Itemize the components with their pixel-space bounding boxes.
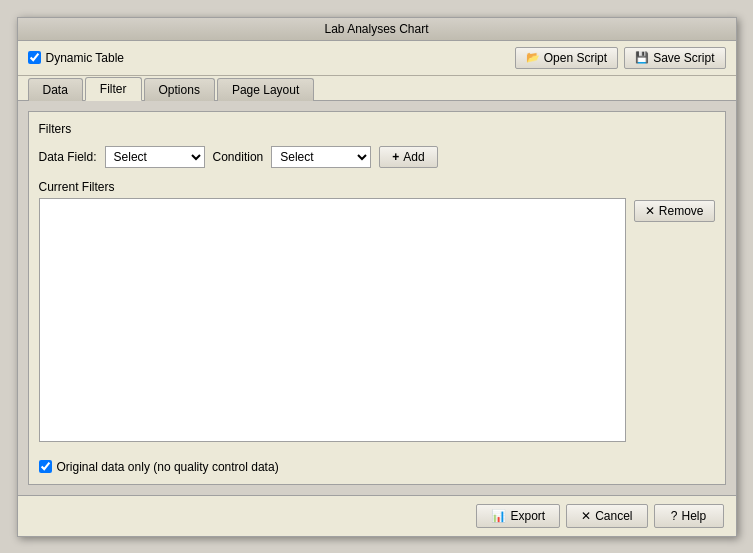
- add-button[interactable]: + Add: [379, 146, 437, 168]
- title-bar: Lab Analyses Chart: [18, 18, 736, 41]
- tab-options[interactable]: Options: [144, 78, 215, 101]
- current-filters-section: Current Filters ✕ Remove: [39, 180, 715, 442]
- export-icon: 📊: [491, 509, 506, 523]
- save-script-icon: 💾: [635, 51, 649, 64]
- remove-icon: ✕: [645, 204, 655, 218]
- current-filters-label: Current Filters: [39, 180, 626, 194]
- cancel-label: Cancel: [595, 509, 632, 523]
- add-icon: +: [392, 150, 399, 164]
- export-label: Export: [510, 509, 545, 523]
- help-label: Help: [682, 509, 707, 523]
- help-icon: ?: [671, 509, 678, 523]
- filter-row: Data Field: Select Condition Select + Ad…: [39, 146, 715, 168]
- current-filters-left: Current Filters: [39, 180, 626, 442]
- add-label: Add: [403, 150, 424, 164]
- save-script-button[interactable]: 💾 Save Script: [624, 47, 725, 69]
- content-area: Filters Data Field: Select Condition Sel…: [18, 101, 736, 495]
- filters-group: Filters Data Field: Select Condition Sel…: [28, 111, 726, 485]
- remove-button[interactable]: ✕ Remove: [634, 200, 715, 222]
- tab-filter[interactable]: Filter: [85, 77, 142, 101]
- open-script-icon: 📂: [526, 51, 540, 64]
- tabs-bar: Data Filter Options Page Layout: [18, 76, 736, 101]
- dynamic-table-checkbox-label[interactable]: Dynamic Table: [28, 51, 124, 65]
- help-button[interactable]: ? Help: [654, 504, 724, 528]
- open-script-button[interactable]: 📂 Open Script: [515, 47, 618, 69]
- data-field-select[interactable]: Select: [105, 146, 205, 168]
- data-field-label: Data Field:: [39, 150, 97, 164]
- footer: 📊 Export ✕ Cancel ? Help: [18, 495, 736, 536]
- dynamic-table-checkbox[interactable]: [28, 51, 41, 64]
- condition-select[interactable]: Select: [271, 146, 371, 168]
- filters-group-title: Filters: [39, 122, 715, 136]
- open-script-label: Open Script: [544, 51, 607, 65]
- original-data-row: Original data only (no quality control d…: [39, 452, 715, 474]
- remove-label: Remove: [659, 204, 704, 218]
- toolbar: Dynamic Table 📂 Open Script 💾 Save Scrip…: [18, 41, 736, 76]
- export-button[interactable]: 📊 Export: [476, 504, 560, 528]
- dynamic-table-label: Dynamic Table: [46, 51, 124, 65]
- tab-page-layout[interactable]: Page Layout: [217, 78, 314, 101]
- original-data-checkbox[interactable]: [39, 460, 52, 473]
- current-filters-right: ✕ Remove: [634, 180, 715, 442]
- toolbar-buttons: 📂 Open Script 💾 Save Script: [515, 47, 726, 69]
- condition-label: Condition: [213, 150, 264, 164]
- window-title: Lab Analyses Chart: [324, 22, 428, 36]
- original-data-label[interactable]: Original data only (no quality control d…: [57, 460, 279, 474]
- cancel-button[interactable]: ✕ Cancel: [566, 504, 647, 528]
- save-script-label: Save Script: [653, 51, 714, 65]
- filters-listbox[interactable]: [39, 198, 626, 442]
- cancel-icon: ✕: [581, 509, 591, 523]
- tab-data[interactable]: Data: [28, 78, 83, 101]
- main-window: Lab Analyses Chart Dynamic Table 📂 Open …: [17, 17, 737, 537]
